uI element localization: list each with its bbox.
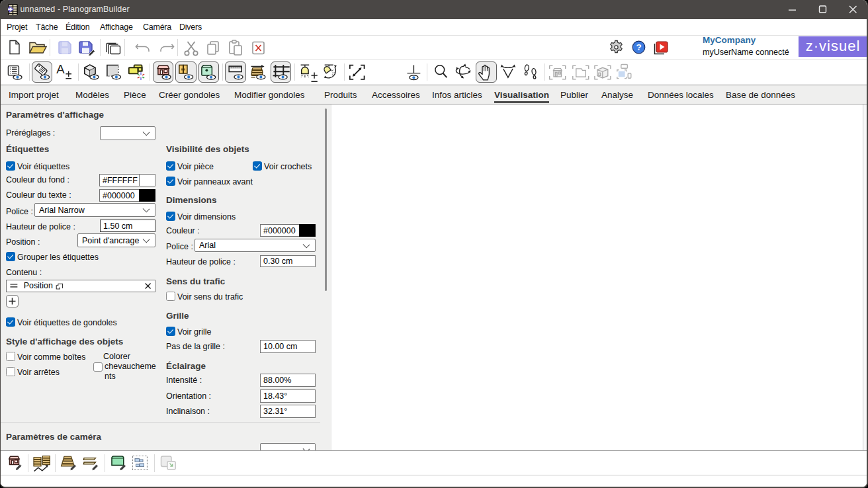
- svg-text:?: ?: [636, 42, 641, 52]
- svg-text:Position: Position: [24, 281, 53, 290]
- svg-text:A: A: [56, 63, 65, 76]
